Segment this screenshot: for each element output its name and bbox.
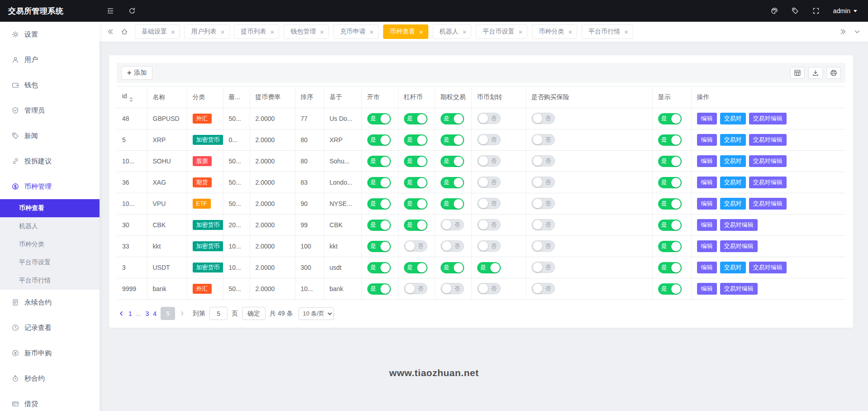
close-tab-icon[interactable]: × [320,29,324,35]
toggle-open[interactable]: 是 [367,134,391,146]
refresh-icon[interactable] [128,7,136,14]
home-icon[interactable] [121,28,128,35]
sidebar-subitem-coin-view[interactable]: 币种查看 [0,199,100,217]
pair-button[interactable]: 交易对 [720,177,746,188]
sidebar-item-records[interactable]: 记录查看 [0,315,100,340]
toggle-transfer[interactable]: 否 [477,155,501,167]
close-tab-icon[interactable]: × [419,29,423,35]
page-4[interactable]: 4 [153,310,157,317]
edit-button[interactable]: 编辑 [697,134,717,146]
sidebar-item-admins[interactable]: 管理员 [0,98,100,123]
toggle-insurance[interactable]: 否 [531,240,555,252]
close-tab-icon[interactable]: × [568,29,572,35]
pair-edit-button[interactable]: 交易对编辑 [749,134,787,146]
collapse-sidebar-icon[interactable] [107,7,114,14]
toggle-show[interactable]: 是 [658,262,682,273]
toggle-lever[interactable]: 是 [404,134,427,146]
toggle-option[interactable]: 否 [441,219,464,230]
tab-robot[interactable]: 机器人× [433,24,472,39]
toggle-insurance[interactable]: 否 [531,113,555,124]
toggle-show[interactable]: 是 [658,156,682,167]
toggle-show[interactable]: 是 [658,283,682,295]
pair-button[interactable]: 交易对 [720,113,746,124]
toggle-open[interactable]: 是 [367,283,391,295]
toggle-show[interactable]: 是 [658,134,682,146]
tab-menu-icon[interactable] [854,28,861,35]
pair-edit-button[interactable]: 交易对编辑 [749,113,787,124]
print-icon[interactable] [826,67,841,79]
toggle-transfer[interactable]: 否 [477,219,501,230]
tag-icon[interactable] [792,7,799,14]
edit-button[interactable]: 编辑 [697,177,717,188]
toggle-insurance[interactable]: 否 [531,134,555,145]
toggle-lever[interactable]: 是 [404,113,427,124]
export-icon[interactable] [808,67,823,79]
page-size-select[interactable]: 10 条/页 [299,307,334,320]
sidebar-item-advice[interactable]: 投拆建议 [0,148,100,174]
pair-edit-button[interactable]: 交易对编辑 [720,240,758,252]
sidebar-subitem-coin-category[interactable]: 币种分类 [0,235,100,253]
sidebar-item-currency-mgmt[interactable]: 币种管理 [0,174,100,199]
fullscreen-icon[interactable] [812,7,820,14]
sidebar-item-new-coin[interactable]: 新币申购 [0,340,100,366]
tab-deposit-request[interactable]: 充币申请× [333,24,379,39]
pair-edit-button[interactable]: 交易对编辑 [749,262,787,273]
edit-button[interactable]: 编辑 [697,283,717,295]
sidebar-item-users[interactable]: 用户 [0,47,100,72]
pair-edit-button[interactable]: 交易对编辑 [720,219,758,231]
toggle-show[interactable]: 是 [658,198,682,210]
sidebar-subitem-robot[interactable]: 机器人 [0,217,100,235]
toggle-show[interactable]: 是 [658,220,682,231]
page-3[interactable]: 3 [145,310,149,317]
pair-edit-button[interactable]: 交易对编辑 [749,155,787,167]
toggle-insurance[interactable]: 否 [531,283,555,294]
sidebar-item-perpetual[interactable]: 永续合约 [0,290,100,315]
edit-button[interactable]: 编辑 [697,113,717,124]
sidebar-subitem-platform-coin-market[interactable]: 平台币行情 [0,272,100,290]
toggle-lever[interactable]: 是 [404,198,427,210]
toggle-insurance[interactable]: 否 [531,177,555,188]
toggle-open[interactable]: 是 [367,177,391,188]
close-tab-icon[interactable]: × [270,29,275,35]
prev-page-icon[interactable] [119,311,124,316]
toggle-insurance[interactable]: 否 [531,155,555,167]
toggle-open[interactable]: 是 [367,156,391,167]
toggle-insurance[interactable]: 否 [531,262,555,273]
toggle-transfer[interactable]: 否 [477,198,501,209]
toggle-transfer[interactable]: 否 [477,113,501,124]
sidebar-item-loan[interactable]: 借贷 [0,391,100,411]
toggle-transfer[interactable]: 否 [477,177,501,188]
edit-button[interactable]: 编辑 [697,262,717,273]
close-tab-icon[interactable]: × [221,29,225,35]
toggle-show[interactable]: 是 [658,177,682,188]
sidebar-item-news[interactable]: 新闻 [0,123,100,148]
close-tab-icon[interactable]: × [370,29,374,35]
tab-user-list[interactable]: 用户列表× [185,24,230,39]
next-page-icon[interactable] [179,311,185,316]
columns-icon[interactable] [790,67,805,79]
pair-button[interactable]: 交易对 [720,262,746,273]
toggle-transfer[interactable]: 否 [477,283,501,294]
edit-button[interactable]: 编辑 [697,155,717,167]
toggle-insurance[interactable]: 否 [531,219,555,230]
toggle-lever[interactable]: 是 [404,262,427,273]
col-header-id[interactable]: id [117,87,147,108]
pair-button[interactable]: 交易对 [720,155,746,167]
page-1[interactable]: 1 [128,310,132,317]
toggle-transfer[interactable]: 是 [477,262,501,273]
close-tab-icon[interactable]: × [171,29,175,35]
toggle-open[interactable]: 是 [367,198,391,210]
edit-button[interactable]: 编辑 [697,240,717,252]
theme-icon[interactable] [771,7,778,14]
add-button[interactable]: + 添加 [121,66,152,80]
sort-icon[interactable] [129,97,133,102]
goto-page-input[interactable] [209,307,228,320]
toggle-option[interactable]: 是 [441,113,464,124]
toggle-show[interactable]: 是 [658,113,682,124]
confirm-page-button[interactable]: 确定 [242,307,266,320]
tab-platform-coin-settings[interactable]: 平台币设置× [476,24,527,39]
tab-platform-coin-market[interactable]: 平台币行情× [582,24,633,39]
toggle-transfer[interactable]: 否 [477,134,501,145]
close-tab-icon[interactable]: × [463,29,467,35]
toggle-lever[interactable]: 是 [404,156,427,167]
